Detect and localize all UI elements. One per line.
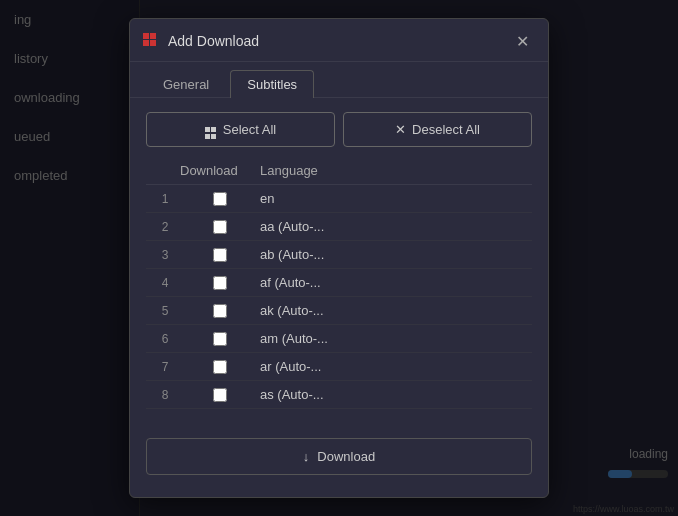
subtitle-table: Download Language 1 en 2 (146, 157, 532, 424)
subtitle-checkbox-1[interactable] (213, 192, 227, 206)
table-row: 3 ab (Auto-... (146, 241, 532, 269)
row-lang: aa (Auto-... (260, 219, 528, 234)
row-num: 6 (150, 332, 180, 346)
row-lang: as (Auto-... (260, 387, 528, 402)
row-lang: ak (Auto-... (260, 303, 528, 318)
grid-icon (205, 120, 217, 139)
row-checkbox[interactable] (180, 332, 260, 346)
row-checkbox[interactable] (180, 276, 260, 290)
row-lang: am (Auto-... (260, 331, 528, 346)
subtitle-checkbox-7[interactable] (213, 360, 227, 374)
svg-rect-2 (143, 40, 149, 46)
table-body[interactable]: 1 en 2 aa (Auto-... 3 (146, 185, 532, 424)
col-num (150, 163, 180, 178)
modal-title: Add Download (168, 33, 504, 49)
subtitle-checkbox-6[interactable] (213, 332, 227, 346)
svg-rect-3 (150, 40, 156, 46)
modal-tabs: General Subtitles (130, 62, 548, 98)
col-language: Language (260, 163, 528, 178)
row-num: 1 (150, 192, 180, 206)
modal-content: Select All ✕ Deselect All Download Langu… (130, 98, 548, 497)
table-row: 6 am (Auto-... (146, 325, 532, 353)
download-arrow-icon: ↓ (303, 449, 310, 464)
row-lang: ab (Auto-... (260, 247, 528, 262)
tab-subtitles[interactable]: Subtitles (230, 70, 314, 98)
table-row: 7 ar (Auto-... (146, 353, 532, 381)
row-num: 8 (150, 388, 180, 402)
svg-rect-0 (143, 33, 149, 39)
table-row: 5 ak (Auto-... (146, 297, 532, 325)
col-download: Download (180, 163, 260, 178)
add-download-modal: Add Download ✕ General Subtitles (129, 18, 549, 498)
deselect-all-button[interactable]: ✕ Deselect All (343, 112, 532, 147)
row-checkbox[interactable] (180, 248, 260, 262)
table-row: 8 as (Auto-... (146, 381, 532, 409)
row-lang: ar (Auto-... (260, 359, 528, 374)
row-checkbox[interactable] (180, 360, 260, 374)
row-checkbox[interactable] (180, 192, 260, 206)
download-icon (142, 32, 160, 50)
modal-close-button[interactable]: ✕ (512, 31, 532, 51)
select-all-button[interactable]: Select All (146, 112, 335, 147)
row-num: 5 (150, 304, 180, 318)
svg-rect-1 (150, 33, 156, 39)
row-lang: en (260, 191, 528, 206)
row-checkbox[interactable] (180, 388, 260, 402)
subtitle-checkbox-3[interactable] (213, 248, 227, 262)
subtitle-checkbox-5[interactable] (213, 304, 227, 318)
subtitle-checkbox-4[interactable] (213, 276, 227, 290)
subtitle-checkbox-2[interactable] (213, 220, 227, 234)
table-header: Download Language (146, 157, 532, 185)
row-checkbox[interactable] (180, 304, 260, 318)
modal-header: Add Download ✕ (130, 19, 548, 62)
modal-overlay: Add Download ✕ General Subtitles (0, 0, 678, 516)
table-row: 1 en (146, 185, 532, 213)
row-num: 3 (150, 248, 180, 262)
tab-general[interactable]: General (146, 70, 226, 98)
row-lang: af (Auto-... (260, 275, 528, 290)
row-num: 7 (150, 360, 180, 374)
row-num: 4 (150, 276, 180, 290)
table-row: 4 af (Auto-... (146, 269, 532, 297)
subtitle-checkbox-8[interactable] (213, 388, 227, 402)
row-checkbox[interactable] (180, 220, 260, 234)
row-num: 2 (150, 220, 180, 234)
table-row: 2 aa (Auto-... (146, 213, 532, 241)
download-button[interactable]: ↓ Download (146, 438, 532, 475)
action-buttons: Select All ✕ Deselect All (146, 112, 532, 147)
